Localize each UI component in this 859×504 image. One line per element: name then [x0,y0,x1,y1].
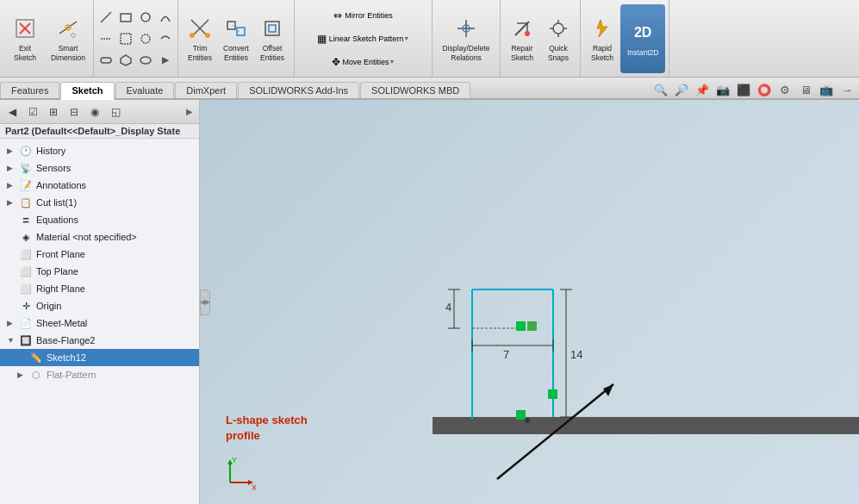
material-icon: ◈ [19,230,33,244]
screen-icon[interactable]: 📺 [818,81,835,98]
base-flange-expand[interactable]: ▼ [7,336,17,345]
equations-label: Equations [36,215,78,225]
quick-snaps-button[interactable]: QuickSnaps [540,4,576,73]
search2-icon[interactable]: 🔎 [673,81,690,98]
tab-features[interactable]: Features [0,82,59,98]
rapid-sketch-label: RapidSketch [591,44,613,61]
pin-icon[interactable]: 📌 [694,81,711,98]
tree-item-material[interactable]: ▶ ◈ Material <not specified> [0,228,199,246]
circle-tool-icon[interactable] [136,8,155,27]
convert-entities-label: ConvertEntities [223,44,249,61]
more-sketch-icon[interactable]: ▶ [156,51,175,70]
right-plane-icon: ⬜ [19,282,33,296]
sheet-metal-icon: 📄 [19,316,33,330]
gear-icon[interactable]: ⚙ [776,81,794,98]
search-icon[interactable]: 🔍 [652,81,669,98]
exit-sketch-label: Exit Sketch [8,44,42,61]
camera-icon[interactable]: 📷 [714,81,731,98]
smart-dimension-button[interactable]: ◇ Smart Dimension [47,4,90,73]
svg-rect-20 [237,28,245,35]
mirror-entities-label: Mirror Entities [345,11,393,20]
tree-item-sketch12[interactable]: ▶ ✏️ Sketch12 [0,349,199,366]
monitor-icon[interactable]: 🖥 [797,81,814,98]
rect-tool-icon[interactable] [116,8,135,27]
instant2d-button[interactable]: 2D Instant2D [620,4,665,73]
tree-item-equations[interactable]: ▶ = Equations [0,211,199,228]
ellipse-tool-icon[interactable] [136,51,155,70]
cut-list-expand[interactable]: ▶ [7,198,17,207]
offset-entities-label: OffsetEntities [260,44,284,61]
instant2d-label: Instant2D [627,48,658,57]
tree-item-history[interactable]: ▶ 🕐 History [0,142,199,159]
circle2-tool-icon[interactable] [136,29,155,48]
convert-entities-button[interactable]: ConvertEntities [218,4,254,73]
rect2-tool-icon[interactable] [116,29,135,48]
arc2-tool-icon[interactable] [156,29,175,48]
history-icon: 🕐 [19,144,33,158]
move-dropdown-arrow[interactable]: ▼ [389,59,395,65]
constraint-box-2 [527,321,537,331]
panel-check-btn[interactable]: ☑ [23,103,42,121]
svg-text:X: X [252,483,257,492]
constraint-box-bottom [516,410,526,420]
toolbar-group-rapid: RapidSketch 2D Instant2D [581,0,669,77]
circle-outline-icon[interactable]: ⭕ [756,81,773,98]
svg-point-14 [140,57,151,64]
tab-sketch[interactable]: Sketch [60,82,114,100]
base-flange-bar [433,417,859,434]
line2-tool-icon[interactable] [96,29,115,48]
panel-collapse-btn[interactable]: ◀ [3,103,22,121]
rapid-sketch-button[interactable]: RapidSketch [584,4,620,73]
linear-sketch-pattern-button[interactable]: ▦ Linear Sketch Pattern ▼ [314,29,413,48]
repair-sketch-icon [508,15,536,42]
slot-tool-icon[interactable] [96,51,115,70]
sensors-expand[interactable]: ▶ [7,164,17,172]
arc-tool-icon[interactable] [156,8,175,27]
trim-entities-button[interactable]: TrimEntities [182,4,218,73]
tab-addins[interactable]: SOLIDWORKS Add-Ins [238,82,359,98]
rapid-sketch-icon [588,15,616,42]
panel-arrow-btn[interactable]: ▶ [183,103,196,121]
svg-rect-21 [265,22,279,35]
tab-evaluate[interactable]: Evaluate [115,82,175,98]
annotations-expand[interactable]: ▶ [7,181,17,190]
move-entities-button[interactable]: ✥ Move Entities ▼ [329,53,398,72]
tree-item-sensors[interactable]: ▶ 📡 Sensors [0,159,199,177]
arrow-icon[interactable]: → [838,81,856,98]
sheet-metal-expand[interactable]: ▶ [7,319,17,327]
panel-plus-btn[interactable]: ⊞ [44,103,63,121]
rect-icon[interactable]: ⬛ [735,81,752,98]
poly-tool-icon[interactable] [116,51,135,70]
linear-dropdown-arrow[interactable]: ▼ [403,35,409,41]
panel-circle-btn[interactable]: ◉ [85,103,104,121]
tree-item-front-plane[interactable]: ▶ ⬜ Front Plane [0,246,199,263]
flat-pattern-expand[interactable]: ▶ [17,370,28,379]
panel-grid-btn[interactable]: ⊟ [65,103,84,121]
part-name-label: Part2 (Default<<Default>_Display State [5,126,180,136]
base-flange-icon: 🔲 [19,333,33,347]
tab-dimxpert[interactable]: DimXpert [175,82,237,98]
panel-face-btn[interactable]: ◱ [106,103,125,121]
tree-item-annotations[interactable]: ▶ 📝 Annotations [0,177,199,194]
part-tree-header: Part2 (Default<<Default>_Display State [0,124,199,139]
flat-pattern-label: Flat-Pattern [47,370,96,380]
quick-snaps-icon [545,15,572,42]
left-panel: ◀ ☑ ⊞ ⊟ ◉ ◱ ▶ Part2 (Default<<Default>_D… [0,100,200,504]
mirror-entities-button[interactable]: ⇔ Mirror Entities [331,6,395,25]
repair-sketch-button[interactable]: RepairSketch [504,4,540,73]
exit-sketch-button[interactable]: Exit Sketch [3,4,47,73]
tab-mbd[interactable]: SOLIDWORKS MBD [360,82,470,98]
svg-point-8 [141,13,150,22]
tree-item-sheet-metal[interactable]: ▶ 📄 Sheet-Metal [0,314,199,332]
history-expand[interactable]: ▶ [7,146,17,155]
offset-entities-button[interactable]: OffsetEntities [254,4,290,73]
tree-item-flat-pattern[interactable]: ▶ ⬡ Flat-Pattern [0,366,199,383]
tree-item-cut-list[interactable]: ▶ 📋 Cut list(1) [0,194,199,211]
quick-snaps-label: QuickSnaps [548,44,569,61]
tree-item-top-plane[interactable]: ▶ ⬜ Top Plane [0,263,199,280]
tree-item-origin[interactable]: ▶ ✛ Origin [0,297,199,314]
display-delete-relations-button[interactable]: Display/DeleteRelations [436,4,496,73]
line-tool-icon[interactable] [96,8,115,27]
tree-item-base-flange[interactable]: ▼ 🔲 Base-Flange2 [0,332,199,349]
tree-item-right-plane[interactable]: ▶ ⬜ Right Plane [0,280,199,297]
